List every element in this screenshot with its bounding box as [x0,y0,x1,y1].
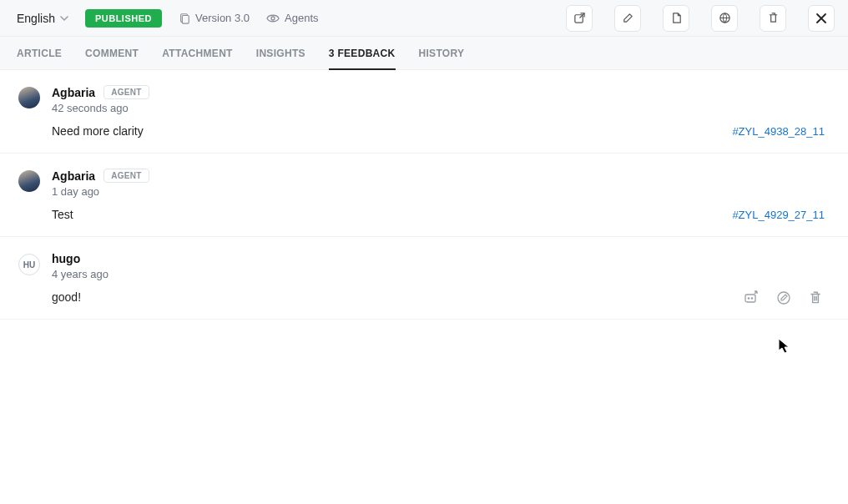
feedback-time: 1 day ago [52,185,828,198]
edit-feedback-icon[interactable] [775,289,793,307]
open-external-button[interactable] [566,5,593,32]
feedback-content: Agbaria AGENT 1 day ago Test [52,169,828,221]
feedback-content: hugo 4 years ago good! [52,252,828,304]
mouse-cursor-icon [778,338,791,355]
tab-bar: ARTICLE COMMENT ATTACHMENT INSIGHTS 3 FE… [0,37,848,70]
avatar [18,87,40,108]
top-bar: English PUBLISHED Version 3.0 Agents [0,0,848,37]
version-selector[interactable]: Version 3.0 [179,12,250,24]
visibility-selector[interactable]: Agents [266,12,318,24]
language-selector[interactable]: English [17,12,68,25]
language-label: English [17,12,55,25]
avatar: HU [18,254,40,275]
language-globe-button[interactable] [711,5,738,32]
version-label: Version 3.0 [195,12,250,24]
eye-icon [266,13,280,24]
chevron-down-icon [60,14,68,23]
feedback-row-actions [743,289,825,307]
avatar [18,170,40,192]
feedback-content: Agbaria AGENT 42 seconds ago Need more c… [52,85,828,138]
feedback-body: good! [52,290,828,304]
feedback-row: Agbaria AGENT 42 seconds ago Need more c… [0,70,848,154]
feedback-row: HU hugo 4 years ago good! [0,237,848,320]
edit-button[interactable] [614,5,641,32]
feedback-time: 4 years ago [52,268,828,280]
feedback-body: Need more clarity [52,124,828,138]
tab-comment[interactable]: COMMENT [85,37,139,69]
visibility-label: Agents [285,12,318,24]
tab-feedback[interactable]: 3 FEEDBACK [329,37,396,69]
convert-to-ticket-icon[interactable] [743,289,761,307]
tab-insights[interactable]: INSIGHTS [256,37,305,69]
feedback-body: Test [52,208,828,221]
close-button[interactable] [808,5,835,32]
status-badge: PUBLISHED [85,9,162,28]
export-pdf-button[interactable] [663,5,689,32]
version-icon [179,13,190,24]
svg-point-6 [748,297,750,300]
feedback-list: Agbaria AGENT 42 seconds ago Need more c… [0,70,848,320]
feedback-ref-link[interactable]: #ZYL_4938_28_11 [732,125,825,138]
feedback-time: 42 seconds ago [52,102,828,114]
svg-point-8 [778,292,790,304]
feedback-ref-link[interactable]: #ZYL_4929_27_11 [732,209,825,221]
feedback-row: Agbaria AGENT 1 day ago Test #ZYL_4929_2… [0,154,848,237]
tab-history[interactable]: HISTORY [419,37,465,69]
tab-article[interactable]: ARTICLE [17,37,62,69]
role-badge: AGENT [103,85,149,99]
svg-rect-5 [745,295,755,302]
feedback-author: hugo [52,252,80,265]
delete-button[interactable] [760,5,786,32]
svg-point-2 [271,17,275,20]
role-badge: AGENT [103,169,149,183]
svg-rect-1 [182,15,189,23]
delete-feedback-icon[interactable] [806,289,825,307]
feedback-author: Agbaria [52,86,95,99]
feedback-author: Agbaria [52,169,95,183]
tab-attachment[interactable]: ATTACHMENT [162,37,233,69]
svg-point-7 [751,297,754,300]
